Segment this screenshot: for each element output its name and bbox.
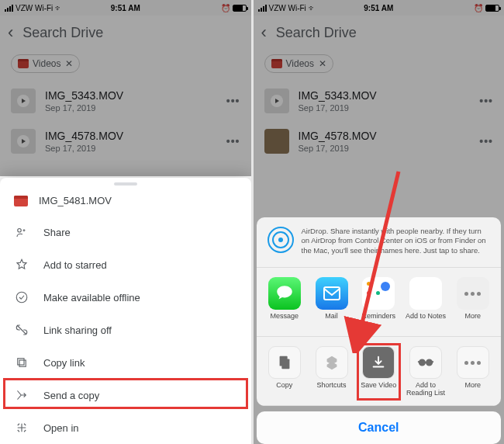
option-label: Send a copy: [43, 390, 99, 401]
action-label: Copy: [276, 382, 292, 397]
grabber[interactable]: [114, 182, 137, 186]
notes-icon: [409, 277, 442, 310]
chip-label: Videos: [286, 58, 314, 69]
action-label: More: [464, 382, 481, 397]
more-icon: [457, 277, 489, 310]
more-icon: [457, 346, 489, 379]
more-icon[interactable]: •••: [479, 95, 493, 107]
alarm-icon: ⏰: [221, 4, 230, 12]
action-shortcuts[interactable]: Shortcuts: [308, 346, 355, 397]
option-label: Link sharing off: [43, 324, 112, 336]
filter-chip-videos[interactable]: Videos ✕: [264, 54, 333, 73]
list-item[interactable]: IMG_4578.MOV Sep 17, 2019 •••: [254, 121, 505, 161]
more-icon[interactable]: •••: [226, 135, 240, 147]
action-reading-list[interactable]: Add to Reading List: [402, 346, 450, 397]
chip-label: Videos: [33, 58, 60, 69]
share-label: Message: [271, 313, 299, 328]
file-date: Sep 17, 2019: [45, 103, 226, 113]
close-icon[interactable]: ✕: [319, 58, 326, 69]
video-icon: [18, 59, 29, 68]
option-link-sharing-off[interactable]: Link sharing off: [0, 314, 251, 346]
svg-rect-3: [18, 359, 24, 365]
sheet-file-title: IMG_5481.MOV: [39, 195, 112, 206]
list-item[interactable]: IMG_5343.MOV Sep 17, 2019 •••: [0, 81, 251, 121]
svg-rect-4: [324, 287, 340, 300]
more-icon[interactable]: •••: [479, 135, 493, 147]
airdrop-icon: [268, 227, 294, 253]
battery-icon: [485, 5, 499, 12]
phone-left: VZW Wi-Fi ᯤ 9:51 AM ⏰ ‹ Search Drive Vid…: [0, 0, 254, 444]
cancel-button[interactable]: Cancel: [257, 411, 502, 444]
svg-point-1: [16, 292, 27, 303]
share-label: Mail: [325, 313, 338, 328]
share-icon: [14, 225, 29, 239]
topnav: ‹ Search Drive: [254, 16, 505, 50]
svg-point-7: [419, 359, 425, 365]
svg-rect-2: [19, 360, 26, 366]
option-available-offline[interactable]: Make available offline: [0, 281, 251, 314]
link-off-icon: [14, 323, 29, 337]
share-app-notes[interactable]: Add to Notes: [402, 277, 450, 328]
video-thumb: [11, 88, 36, 113]
topnav: ‹ Search Drive: [0, 16, 251, 50]
airdrop-text: AirDrop. Share instantly with people nea…: [302, 227, 491, 256]
list-item[interactable]: IMG_5343.MOV Sep 17, 2019 •••: [254, 81, 505, 121]
option-copy-link[interactable]: Copy link: [0, 346, 251, 379]
video-thumb: [11, 129, 36, 154]
share-label: Add to Notes: [406, 313, 446, 328]
option-label: Add to starred: [43, 259, 107, 271]
clock: 9:51 AM: [111, 4, 140, 12]
shortcuts-icon: [316, 346, 348, 379]
file-name: IMG_5343.MOV: [299, 89, 480, 102]
share-label: Reminders: [362, 313, 396, 328]
share-app-more[interactable]: More: [449, 277, 496, 328]
back-icon[interactable]: ‹: [8, 23, 13, 43]
phone-right: VZW Wi-Fi ᯤ 9:51 AM ⏰ ‹ Search Drive Vid…: [254, 0, 505, 444]
option-open-in[interactable]: Open in: [0, 411, 251, 444]
action-more[interactable]: More: [449, 346, 496, 397]
option-label: Open in: [43, 422, 79, 434]
search-title[interactable]: Search Drive: [276, 25, 357, 41]
carrier-label: VZW Wi-Fi: [269, 4, 306, 12]
video-icon: [14, 196, 28, 206]
battery-icon: [233, 5, 247, 12]
copy-icon: [14, 356, 29, 369]
list-item[interactable]: IMG_4578.MOV Sep 17, 2019 •••: [0, 121, 251, 161]
filter-chip-videos[interactable]: Videos ✕: [11, 54, 80, 73]
file-date: Sep 17, 2019: [299, 144, 480, 153]
share-app-reminders[interactable]: Reminders: [355, 277, 402, 328]
option-label: Make available offline: [43, 292, 140, 304]
wifi-icon: ᯤ: [55, 4, 63, 12]
file-name: IMG_4578.MOV: [299, 130, 480, 142]
file-name: IMG_5343.MOV: [45, 89, 226, 102]
action-label: Shortcuts: [317, 382, 347, 397]
action-save-video[interactable]: Save Video: [355, 346, 402, 397]
option-send-copy[interactable]: Send a copy: [0, 379, 251, 411]
file-actions-sheet: IMG_5481.MOV Share Add to starred Make a…: [0, 178, 251, 444]
mail-icon: [316, 277, 348, 310]
share-apps-row: Message Mail Reminders Add to Notes More: [257, 268, 502, 337]
share-app-message[interactable]: Message: [261, 277, 309, 328]
share-app-mail[interactable]: Mail: [308, 277, 355, 328]
option-label: Share: [43, 227, 71, 238]
option-label: Copy link: [43, 357, 85, 369]
wifi-icon: ᯤ: [309, 4, 316, 12]
more-icon[interactable]: •••: [226, 95, 240, 107]
airdrop-section[interactable]: AirDrop. Share instantly with people nea…: [257, 217, 502, 268]
video-thumb: [264, 129, 289, 154]
share-sheet: AirDrop. Share instantly with people nea…: [257, 217, 502, 444]
search-title[interactable]: Search Drive: [22, 25, 103, 41]
action-copy[interactable]: Copy: [261, 346, 309, 397]
video-icon: [271, 59, 282, 68]
send-icon: [14, 388, 29, 402]
star-icon: [14, 258, 29, 272]
status-bar: VZW Wi-Fi ᯤ 9:51 AM ⏰: [0, 0, 251, 16]
back-icon[interactable]: ‹: [261, 23, 267, 43]
svg-point-0: [18, 229, 22, 233]
close-icon[interactable]: ✕: [65, 58, 73, 69]
option-share[interactable]: Share: [0, 216, 251, 248]
save-video-icon: [362, 346, 395, 379]
option-add-starred[interactable]: Add to starred: [0, 248, 251, 281]
copy-icon: [268, 346, 301, 379]
file-date: Sep 17, 2019: [299, 103, 480, 113]
